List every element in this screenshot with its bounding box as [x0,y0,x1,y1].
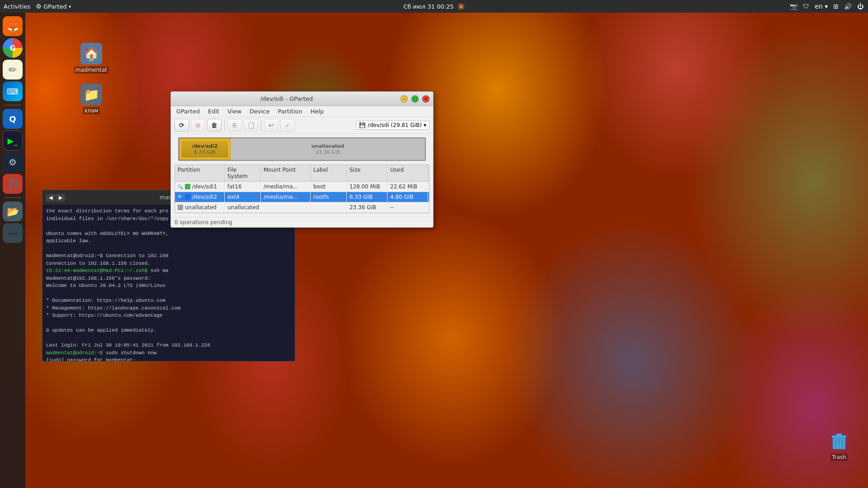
terminal-icon: ▶_ [8,136,18,145]
toolbar-delete-button[interactable]: 🗑 [207,119,222,131]
cell-unalloc-size: 23.36 GiB [347,202,387,212]
maximize-button[interactable]: □ [411,95,419,103]
dock-item-firefox[interactable]: 🦊 [3,16,23,36]
dock-item-steam[interactable]: ⚙ [3,152,23,172]
cell-unalloc-unused: -- [428,202,429,212]
table-row-sdi1[interactable]: 🔍 /dev/sdi1 fat16 /media/ma... boot 128.… [175,182,429,192]
apply-icon: ✓ [285,122,290,129]
menu-edit[interactable]: Edit [204,107,223,116]
dock-item-files[interactable]: 📂 [3,202,23,221]
cell-unalloc-label [311,202,347,212]
disk-sdi2-label: /dev/sdi2 [192,143,217,149]
close-button[interactable]: ✕ [422,95,429,103]
sdi1-fs-color [185,184,190,189]
cell-sdi1-mount: /media/ma... [261,182,311,192]
cell-sdi1-unused: 105.38 MiB [428,182,429,192]
desktop-icon-hlam[interactable]: 📁 хлам [73,84,109,114]
trash-desktop-icon[interactable]: Trash [828,430,850,461]
files-icon: 📂 [7,206,19,217]
cell-sdi1-size: 128.00 MiB [347,182,387,192]
undo-icon: ↩ [269,122,274,129]
device-selector-arrow: ▾ [424,122,426,128]
dock-item-terminal[interactable]: ▶_ [3,131,23,150]
terminal-body[interactable]: the exact distribution terms for each pr… [42,205,295,361]
dock-item-chrome[interactable]: G [3,38,23,58]
lang-tray-button[interactable]: en ▾ [814,3,829,10]
cell-sdi1-used: 22.62 MiB [387,182,428,192]
cell-sdi1-label: boot [311,182,347,192]
terminal-line-9: 15:22:44-madmentat@Mad-PC1:~/.ssh$ ssh m… [46,267,291,275]
toolbar-undo-button[interactable]: ↩ [264,119,278,131]
desktop-icon-home[interactable]: 🏠 madmentat [73,43,109,74]
operations-pending-label: 0 operations pending [175,219,232,225]
toolbar-cancel-button[interactable]: ⊘ [191,119,205,131]
home-folder-label: madmentat [74,66,108,74]
topbar-left: Activities ⚙ GParted ▾ [4,3,71,10]
power-tray-icon[interactable]: ⏻ [856,3,864,10]
disk-sdi2-partition[interactable]: /dev/sdi2 6.33 GiB [179,138,231,160]
datetime-label: Сб июл 31 00:25 [403,3,453,10]
device-disk-icon: 💾 [359,122,366,128]
table-row-unallocated[interactable]: unallocated unallocated 23.36 GiB -- -- [175,202,429,213]
col-mountpoint: Mount Point [261,165,311,181]
terminal-forward-button[interactable]: ▶ [56,194,65,202]
toolbar-refresh-button[interactable]: ⟳ [175,119,189,131]
dock-item-vscode[interactable]: ⌨ [3,81,23,101]
network-tray-icon[interactable]: ⊞ [832,3,840,10]
gparted-small-icon: ⚙ [36,3,42,10]
cell-unalloc-partition: unallocated [175,202,225,212]
menu-device[interactable]: Device [246,107,273,116]
app-name-label: GParted [43,3,67,10]
toolbar-paste-button[interactable]: 📋 [244,119,258,131]
dock-separator-1 [5,105,21,105]
dock-item-settings[interactable]: ⋯ [3,223,23,243]
terminal-line-6 [46,245,291,253]
svg-rect-2 [836,434,842,436]
gparted-statusbar: 0 operations pending [171,217,433,227]
dock-item-rhythmbox[interactable]: 🎵 [3,174,23,194]
app-arrow-icon: ▾ [69,4,71,9]
toolbar-copy-button[interactable]: ⎘ [227,119,242,131]
trash-icon [828,430,850,452]
volume-tray-icon[interactable]: 🔊 [843,3,853,10]
menu-help[interactable]: Help [307,107,328,116]
toolbar-apply-button[interactable]: ✓ [280,119,295,131]
gparted-toolbar: ⟳ ⊘ 🗑 ⎘ 📋 ↩ ✓ 💾 /dev [171,117,433,134]
col-unused: Unused [428,165,429,181]
menu-gparted[interactable]: GParted [173,107,203,116]
sdi2-fs-color [185,194,190,200]
terminal-back-button[interactable]: ◀ [46,194,55,202]
device-selector[interactable]: 💾 /dev/sdi (29.81 GiB) ▾ [356,121,429,130]
cell-sdi2-unused: 1.53 GiB [428,192,429,202]
terminal-line-5: applicable law. [46,237,291,245]
minimize-button[interactable]: − [401,95,408,103]
app-indicator[interactable]: ⚙ GParted ▾ [36,3,71,10]
terminal-line-18 [46,334,291,342]
disk-unalloc-size: 23.36 GiB [316,149,340,155]
menu-partition[interactable]: Partition [274,107,306,116]
terminal-line-8: Connection to 192.168.1.156 closed. [46,260,291,267]
menu-view[interactable]: View [224,107,245,116]
cancel-icon: ⊘ [195,122,201,129]
window-controls: − □ ✕ [399,95,429,103]
dock-item-qute[interactable]: Q [3,109,23,129]
home-folder-icon: 🏠 [80,43,102,65]
dock-item-inkscape[interactable]: ✏ [3,60,23,80]
topbar-datetime[interactable]: Сб июл 31 00:25 🔕 [403,3,464,10]
trash-label: Trash [830,454,848,461]
shield-tray-icon[interactable]: 🛡 [802,3,810,10]
topbar-right: 📷 🛡 en ▾ ⊞ 🔊 ⏻ [789,3,864,10]
dock-separator-2 [5,197,21,198]
cell-sdi1-partition: 🔍 /dev/sdi1 [175,182,225,192]
screenshot-tray-icon[interactable]: 📷 [789,3,798,10]
cell-sdi2-used: 4.80 GiB [387,192,428,202]
toolbar-separator-1 [224,120,225,131]
hlam-folder-label: хлам [83,107,99,114]
terminal-line-7: madmentat@odroid:~$ Connection to 192.16… [46,252,291,260]
inkscape-icon: ✏ [9,64,17,75]
cell-unalloc-fs: unallocated [225,202,261,212]
activities-button[interactable]: Activities [4,3,30,10]
disk-unallocated-partition[interactable]: unallocated 23.36 GiB [231,138,425,160]
disk-visual: /dev/sdi2 6.33 GiB unallocated 23.36 GiB [178,137,426,161]
table-row-sdi2[interactable]: 🔍 /dev/sdi2 ext4 /media/ma... rootfs 6.3… [175,192,429,202]
